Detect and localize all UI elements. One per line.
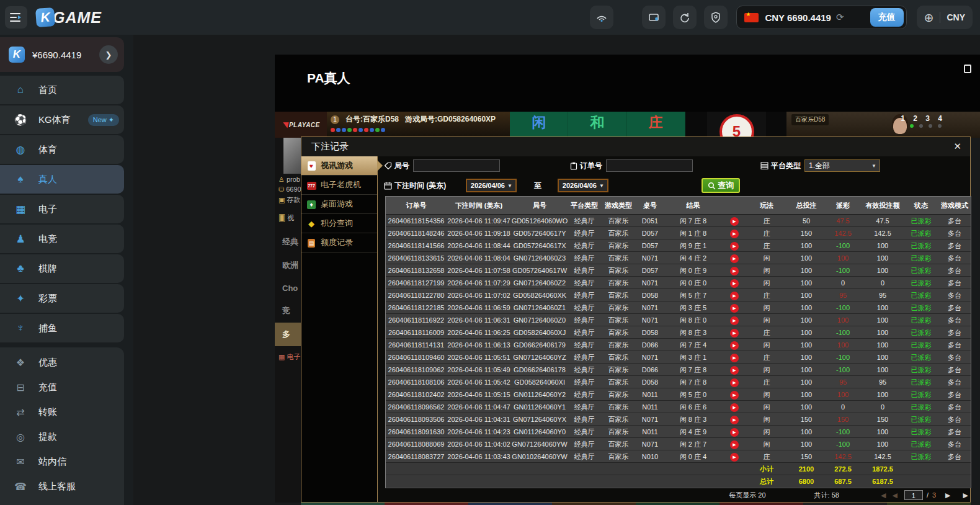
replay-button[interactable]: ▶: [730, 292, 739, 300]
sync-icon[interactable]: [673, 6, 697, 29]
tab-quota-records[interactable]: ▤额度记录: [301, 233, 377, 253]
replay-button[interactable]: ▶: [730, 242, 739, 251]
replay-cell: ▶: [723, 426, 746, 437]
replay-button[interactable]: ▶: [730, 403, 739, 412]
sidebar-item-sports[interactable]: ◍体育: [0, 135, 124, 164]
sidebar-item-lottery[interactable]: ✦彩票: [0, 284, 124, 313]
sidebar-item-board-games[interactable]: ♣棋牌: [0, 254, 124, 283]
replay-button[interactable]: ▶: [730, 453, 739, 462]
sidebar-item-kg-sports[interactable]: ⚽KG体育New ✦: [0, 105, 124, 134]
sidebar-item-live-casino[interactable]: ♠真人: [0, 165, 124, 194]
camera-numbers[interactable]: 1 2 3 4: [901, 114, 945, 123]
replay-button[interactable]: ▶: [730, 378, 739, 387]
language-selector[interactable]: ⊕ CNY: [917, 6, 973, 29]
next-page-button[interactable]: ▶: [945, 491, 950, 499]
replay-button[interactable]: ▶: [730, 267, 739, 275]
total-bet: 100: [787, 289, 826, 301]
replay-button[interactable]: ▶: [730, 341, 739, 350]
status-badge: 已派彩: [905, 413, 937, 425]
payout: -100: [826, 302, 860, 313]
tab-table-games[interactable]: ♦桌面游戏: [301, 195, 377, 214]
replay-button[interactable]: ▶: [730, 279, 739, 288]
shield-icon[interactable]: [704, 6, 728, 29]
sidebar-item-esports[interactable]: ♟电竞: [0, 225, 124, 253]
replay-button[interactable]: ▶: [730, 416, 739, 424]
payout: 142.5: [826, 450, 860, 462]
live-video-thumbnail[interactable]: 百家乐D58 1 2 3 4: [786, 112, 980, 138]
replay-button[interactable]: ▶: [730, 354, 739, 362]
deposit-row[interactable]: ▣存款: [275, 194, 301, 205]
bet-area-闲[interactable]: 闲: [510, 112, 568, 138]
bet-time: 2026-04-06 11:06:25: [447, 326, 511, 338]
replay-button[interactable]: ▶: [730, 366, 739, 375]
replay-button[interactable]: ▶: [730, 440, 739, 449]
lobby-menu-item[interactable]: 欧洲: [275, 254, 301, 277]
bet-area-和[interactable]: 和: [568, 112, 626, 138]
date-to-picker[interactable]: 2026/04/06: [558, 179, 608, 192]
sidebar-item-promotions[interactable]: ❖优惠: [0, 350, 124, 375]
signal-icon[interactable]: [590, 6, 613, 29]
brand-logo[interactable]: K GAME: [36, 8, 102, 27]
lobby-menu-item[interactable]: Cho: [275, 277, 301, 299]
sidebar-item-fishing[interactable]: ♆捕鱼: [0, 314, 124, 342]
lobby-menu-item[interactable]: 多: [275, 323, 301, 346]
game-mode: 多台: [937, 264, 972, 276]
platform-type: 经典厅: [568, 351, 600, 363]
sidebar-item-deposit[interactable]: ⊟充值: [0, 375, 124, 400]
play-method: 闲: [746, 314, 787, 326]
refresh-balance-icon[interactable]: ⟳: [836, 12, 844, 23]
column-header: 下注时间 (美东): [447, 197, 511, 214]
valid-bet: 142.5: [860, 450, 905, 462]
platform-type-select[interactable]: 1.全部: [804, 159, 880, 172]
sidebar-item-home[interactable]: ⌂首页: [0, 76, 124, 104]
page-number-input[interactable]: 1: [904, 490, 923, 500]
platform-type: 经典厅: [568, 438, 600, 450]
tab-video-games[interactable]: ♥视讯游戏: [301, 156, 377, 176]
bet-time: 2026-04-06 11:04:31: [447, 413, 511, 425]
replay-button[interactable]: ▶: [730, 304, 739, 313]
replay-button[interactable]: ▶: [730, 391, 739, 400]
bet-area-庄[interactable]: 庄: [627, 112, 685, 138]
replay-button[interactable]: ▶: [730, 316, 739, 325]
date-from-picker[interactable]: 2026/04/06: [466, 179, 517, 192]
table-row: 2604061180916302026-04-06 11:04:23GN0112…: [386, 426, 971, 438]
last-page-button[interactable]: ▶: [963, 491, 968, 499]
wallet-icon-top[interactable]: [642, 6, 666, 29]
replay-button[interactable]: ▶: [730, 217, 739, 226]
search-button[interactable]: 查询: [702, 178, 740, 193]
menu-toggle-button[interactable]: [5, 6, 27, 29]
close-icon[interactable]: ✕: [953, 141, 961, 152]
order-number: 260406118122780: [386, 289, 447, 301]
game-type: 百家乐: [600, 401, 636, 413]
status-badge: 已派彩: [905, 264, 937, 276]
platform-type: 经典厅: [568, 302, 600, 313]
sidebar-item-support[interactable]: ☎线上客服: [0, 474, 124, 499]
slot-menu-item[interactable]: ▦ 电子: [275, 346, 301, 362]
lobby-menu-item[interactable]: 竞: [275, 299, 301, 323]
sidebar-item-slots[interactable]: ▦电子: [0, 195, 124, 223]
round-number-input[interactable]: [413, 159, 500, 172]
tab-slot-machines[interactable]: 777电子老虎机: [301, 176, 377, 195]
sidebar-item-withdraw[interactable]: ◎提款: [0, 424, 124, 449]
bet-time: 2026-04-06 11:05:51: [447, 351, 511, 363]
sidebar-item-profile[interactable]: ☻个人中心: [0, 499, 124, 505]
sidebar-item-label: 真人: [38, 174, 57, 185]
wallet-expand-button[interactable]: ❯: [99, 45, 118, 64]
first-page-button[interactable]: ◀: [881, 491, 886, 499]
payout: 100: [826, 314, 860, 326]
deposit-button[interactable]: 充值: [870, 8, 904, 27]
playing-cards-icon: ♥: [308, 161, 316, 171]
lobby-menu-item[interactable]: 经典: [275, 230, 301, 254]
order-number-input[interactable]: [606, 159, 693, 172]
replay-button[interactable]: ▶: [730, 230, 739, 238]
replay-button[interactable]: ▶: [730, 428, 739, 437]
prev-page-button[interactable]: ◀: [892, 491, 897, 499]
fullscreen-icon[interactable]: [964, 65, 971, 73]
subtotal-row-label: 小计: [746, 463, 787, 475]
sidebar-item-transfer[interactable]: ⇄转账: [0, 400, 124, 424]
tab-points-query[interactable]: ◆积分查询: [301, 214, 377, 233]
sidebar-item-messages[interactable]: ✉站内信: [0, 449, 124, 474]
valid-bet: 100: [860, 264, 905, 276]
replay-button[interactable]: ▶: [730, 254, 739, 263]
replay-button[interactable]: ▶: [730, 329, 739, 337]
